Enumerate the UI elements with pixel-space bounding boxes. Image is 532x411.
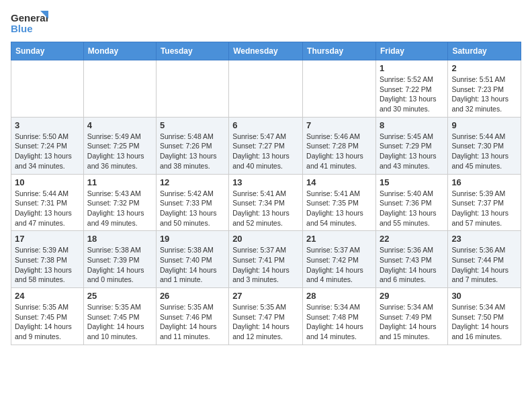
day-info: Sunrise: 5:40 AM Sunset: 7:36 PM Dayligh… (380, 189, 444, 228)
calendar-cell: 3Sunrise: 5:50 AM Sunset: 7:24 PM Daylig… (11, 117, 84, 174)
calendar-cell: 24Sunrise: 5:35 AM Sunset: 7:45 PM Dayli… (11, 288, 84, 345)
day-number: 15 (380, 177, 444, 187)
day-number: 17 (15, 234, 80, 244)
calendar-cell: 14Sunrise: 5:41 AM Sunset: 7:35 PM Dayli… (303, 174, 376, 231)
day-info: Sunrise: 5:52 AM Sunset: 7:22 PM Dayligh… (380, 75, 444, 114)
calendar-cell (229, 60, 303, 118)
day-number: 2 (451, 63, 517, 73)
day-info: Sunrise: 5:45 AM Sunset: 7:29 PM Dayligh… (380, 132, 444, 171)
calendar-cell: 16Sunrise: 5:39 AM Sunset: 7:37 PM Dayli… (448, 174, 521, 231)
calendar-cell: 28Sunrise: 5:34 AM Sunset: 7:48 PM Dayli… (303, 288, 376, 345)
day-number: 18 (87, 234, 152, 244)
day-info: Sunrise: 5:46 AM Sunset: 7:28 PM Dayligh… (306, 132, 372, 171)
calendar-cell (303, 60, 376, 118)
day-number: 14 (306, 177, 372, 187)
calendar-cell: 11Sunrise: 5:43 AM Sunset: 7:32 PM Dayli… (83, 174, 156, 231)
calendar-cell: 17Sunrise: 5:39 AM Sunset: 7:38 PM Dayli… (11, 231, 84, 288)
calendar-cell: 10Sunrise: 5:44 AM Sunset: 7:31 PM Dayli… (11, 174, 84, 231)
day-info: Sunrise: 5:34 AM Sunset: 7:49 PM Dayligh… (380, 302, 444, 342)
day-number: 25 (87, 291, 152, 301)
day-info: Sunrise: 5:34 AM Sunset: 7:50 PM Dayligh… (451, 302, 517, 342)
weekday-header-saturday: Saturday (448, 42, 521, 60)
day-number: 1 (380, 63, 444, 73)
day-info: Sunrise: 5:42 AM Sunset: 7:33 PM Dayligh… (160, 189, 225, 228)
calendar-cell: 9Sunrise: 5:44 AM Sunset: 7:30 PM Daylig… (448, 117, 521, 174)
calendar-cell: 25Sunrise: 5:35 AM Sunset: 7:45 PM Dayli… (83, 288, 156, 345)
week-row-5: 24Sunrise: 5:35 AM Sunset: 7:45 PM Dayli… (11, 288, 521, 345)
day-info: Sunrise: 5:35 AM Sunset: 7:47 PM Dayligh… (232, 302, 299, 342)
day-number: 22 (380, 234, 444, 244)
calendar-cell: 6Sunrise: 5:47 AM Sunset: 7:27 PM Daylig… (229, 117, 303, 174)
day-number: 27 (232, 291, 299, 301)
weekday-header-sunday: Sunday (11, 42, 84, 60)
day-info: Sunrise: 5:39 AM Sunset: 7:37 PM Dayligh… (451, 189, 517, 228)
day-number: 3 (15, 120, 80, 130)
calendar-cell: 5Sunrise: 5:48 AM Sunset: 7:26 PM Daylig… (156, 117, 228, 174)
calendar-cell: 23Sunrise: 5:36 AM Sunset: 7:44 PM Dayli… (448, 231, 521, 288)
calendar-cell (83, 60, 156, 118)
calendar-cell (156, 60, 228, 118)
week-row-2: 3Sunrise: 5:50 AM Sunset: 7:24 PM Daylig… (11, 117, 521, 174)
calendar-cell: 18Sunrise: 5:38 AM Sunset: 7:39 PM Dayli… (83, 231, 156, 288)
day-number: 30 (451, 291, 517, 301)
day-info: Sunrise: 5:36 AM Sunset: 7:43 PM Dayligh… (380, 245, 444, 285)
day-number: 7 (306, 120, 372, 130)
day-number: 29 (380, 291, 444, 301)
day-number: 6 (232, 120, 299, 130)
day-info: Sunrise: 5:36 AM Sunset: 7:44 PM Dayligh… (451, 245, 517, 285)
calendar-cell: 22Sunrise: 5:36 AM Sunset: 7:43 PM Dayli… (375, 231, 447, 288)
day-info: Sunrise: 5:48 AM Sunset: 7:26 PM Dayligh… (160, 132, 225, 171)
calendar-cell: 1Sunrise: 5:52 AM Sunset: 7:22 PM Daylig… (375, 60, 447, 118)
calendar-cell: 8Sunrise: 5:45 AM Sunset: 7:29 PM Daylig… (375, 117, 447, 174)
svg-text:Blue: Blue (11, 23, 33, 34)
weekday-header-thursday: Thursday (303, 42, 376, 60)
day-info: Sunrise: 5:50 AM Sunset: 7:24 PM Dayligh… (15, 132, 80, 171)
day-info: Sunrise: 5:44 AM Sunset: 7:30 PM Dayligh… (451, 132, 517, 171)
day-number: 11 (87, 177, 152, 187)
calendar-cell: 21Sunrise: 5:37 AM Sunset: 7:42 PM Dayli… (303, 231, 376, 288)
day-info: Sunrise: 5:35 AM Sunset: 7:45 PM Dayligh… (15, 302, 80, 342)
day-info: Sunrise: 5:35 AM Sunset: 7:46 PM Dayligh… (160, 302, 225, 342)
header: GeneralBlue (11, 11, 521, 35)
day-info: Sunrise: 5:38 AM Sunset: 7:39 PM Dayligh… (87, 245, 152, 285)
logo: GeneralBlue (11, 11, 51, 35)
day-info: Sunrise: 5:38 AM Sunset: 7:40 PM Dayligh… (160, 245, 225, 285)
day-info: Sunrise: 5:41 AM Sunset: 7:34 PM Dayligh… (232, 189, 299, 228)
calendar-cell: 7Sunrise: 5:46 AM Sunset: 7:28 PM Daylig… (303, 117, 376, 174)
week-row-3: 10Sunrise: 5:44 AM Sunset: 7:31 PM Dayli… (11, 174, 521, 231)
day-number: 28 (306, 291, 372, 301)
week-row-1: 1Sunrise: 5:52 AM Sunset: 7:22 PM Daylig… (11, 60, 521, 118)
day-info: Sunrise: 5:39 AM Sunset: 7:38 PM Dayligh… (15, 245, 80, 285)
day-number: 5 (160, 120, 225, 130)
day-number: 23 (451, 234, 517, 244)
day-number: 16 (451, 177, 517, 187)
day-info: Sunrise: 5:49 AM Sunset: 7:25 PM Dayligh… (87, 132, 152, 171)
day-info: Sunrise: 5:44 AM Sunset: 7:31 PM Dayligh… (15, 189, 80, 228)
day-info: Sunrise: 5:43 AM Sunset: 7:32 PM Dayligh… (87, 189, 152, 228)
day-info: Sunrise: 5:34 AM Sunset: 7:48 PM Dayligh… (306, 302, 372, 342)
calendar-cell: 15Sunrise: 5:40 AM Sunset: 7:36 PM Dayli… (375, 174, 447, 231)
day-info: Sunrise: 5:37 AM Sunset: 7:42 PM Dayligh… (306, 245, 372, 285)
calendar-cell: 30Sunrise: 5:34 AM Sunset: 7:50 PM Dayli… (448, 288, 521, 345)
day-number: 24 (15, 291, 80, 301)
weekday-header-tuesday: Tuesday (156, 42, 228, 60)
day-number: 9 (451, 120, 517, 130)
logo-icon: GeneralBlue (11, 11, 51, 35)
day-number: 13 (232, 177, 299, 187)
day-number: 26 (160, 291, 225, 301)
day-number: 10 (15, 177, 80, 187)
day-info: Sunrise: 5:35 AM Sunset: 7:45 PM Dayligh… (87, 302, 152, 342)
day-info: Sunrise: 5:41 AM Sunset: 7:35 PM Dayligh… (306, 189, 372, 228)
calendar-cell: 4Sunrise: 5:49 AM Sunset: 7:25 PM Daylig… (83, 117, 156, 174)
calendar-cell: 20Sunrise: 5:37 AM Sunset: 7:41 PM Dayli… (229, 231, 303, 288)
day-number: 4 (87, 120, 152, 130)
svg-text:General: General (11, 12, 48, 24)
weekday-header-monday: Monday (83, 42, 156, 60)
calendar-cell: 26Sunrise: 5:35 AM Sunset: 7:46 PM Dayli… (156, 288, 228, 345)
calendar-cell: 27Sunrise: 5:35 AM Sunset: 7:47 PM Dayli… (229, 288, 303, 345)
weekday-header-wednesday: Wednesday (229, 42, 303, 60)
weekday-header-row: SundayMondayTuesdayWednesdayThursdayFrid… (11, 42, 521, 60)
calendar-cell: 12Sunrise: 5:42 AM Sunset: 7:33 PM Dayli… (156, 174, 228, 231)
day-info: Sunrise: 5:47 AM Sunset: 7:27 PM Dayligh… (232, 132, 299, 171)
week-row-4: 17Sunrise: 5:39 AM Sunset: 7:38 PM Dayli… (11, 231, 521, 288)
